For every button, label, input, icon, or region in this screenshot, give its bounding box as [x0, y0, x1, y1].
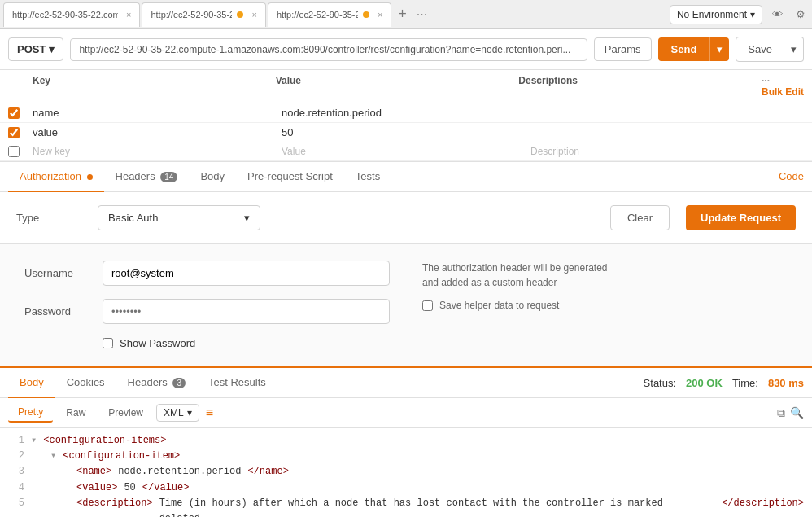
xml-line-4: 4 <value>50</value> [8, 480, 804, 496]
show-password-row: Show Password [103, 337, 390, 349]
params-table: Key Value Descriptions ··· Bulk Edit nam… [0, 70, 812, 162]
save-helper-label: Save helper data to request [439, 298, 559, 313]
tab-bar: http://ec2-52-90-35-22.com × http://ec2-… [0, 0, 812, 29]
clear-button[interactable]: Clear [610, 205, 670, 230]
params-button[interactable]: Params [594, 37, 652, 61]
browser-tab-3[interactable]: http://ec2-52-90-35-2: × [268, 2, 391, 27]
xml-content: 1 ▾ <configuration-items> 2 ▾ <configura… [0, 428, 812, 517]
resp-tab-cookies[interactable]: Cookies [55, 368, 116, 398]
auth-form: Username Password Show Password [24, 261, 390, 349]
resp-tab-test-results[interactable]: Test Results [197, 368, 277, 398]
save-dropdown-button[interactable]: ▾ [784, 37, 804, 62]
xml-line-3: 3 <name>node.retention.period</name> [8, 464, 804, 480]
value-header: Value [276, 75, 519, 86]
add-tab-button[interactable]: + [393, 6, 412, 23]
tab-tests[interactable]: Tests [344, 162, 391, 192]
update-request-button[interactable]: Update Request [686, 205, 796, 230]
method-selector[interactable]: POST ▾ [8, 37, 63, 61]
tab-close-3[interactable]: × [378, 10, 382, 20]
type-value: Basic Auth [108, 212, 158, 224]
tab-close-1[interactable]: × [126, 10, 131, 20]
resp-headers-badge: 3 [172, 378, 186, 388]
copy-button[interactable]: ⧉ [777, 406, 785, 420]
wrap-lines-button[interactable]: ≡ [206, 405, 213, 420]
status-code: 200 OK [686, 377, 723, 389]
tab-body[interactable]: Body [189, 162, 236, 192]
settings-button[interactable]: ⚙ [792, 5, 809, 24]
xml-line-5: 5 <description>Time (in hours) after whi… [8, 496, 804, 517]
table-row: value 50 [0, 123, 812, 142]
params-header: Key Value Descriptions ··· Bulk Edit [0, 70, 812, 103]
auth-info-text: The authorization header will be generat… [422, 261, 788, 290]
time-value: 830 ms [768, 377, 804, 389]
type-chevron-icon: ▾ [244, 212, 250, 224]
tab-authorization[interactable]: Authorization [8, 162, 104, 192]
method-chevron-icon: ▾ [49, 43, 55, 55]
browser-tab-2[interactable]: http://ec2-52-90-35-2: × [142, 2, 265, 27]
url-input[interactable] [70, 38, 587, 61]
format-actions: ⧉ 🔍 [777, 406, 804, 420]
row1-checkbox[interactable] [8, 107, 20, 119]
auth-info: The authorization header will be generat… [422, 261, 788, 349]
new-row: New key Value Description [0, 142, 812, 161]
tab-prerequest[interactable]: Pre-request Script [236, 162, 344, 192]
new-row-checkbox[interactable] [8, 146, 20, 157]
headers-badge: 14 [160, 172, 177, 182]
collapse-2[interactable]: ▾ [50, 449, 56, 464]
env-section: No Environment ▾ 👁 ⚙ [670, 5, 809, 24]
send-dropdown-button[interactable]: ▾ [709, 37, 729, 61]
password-input[interactable] [103, 299, 390, 324]
row2-value: 50 [282, 126, 530, 138]
row2-checkbox[interactable] [8, 127, 20, 138]
new-desc-placeholder: Description [530, 146, 779, 157]
save-helper-checkbox[interactable] [422, 300, 433, 311]
more-tabs-button[interactable]: ··· [413, 7, 430, 22]
send-button[interactable]: Send [658, 37, 710, 61]
xml-line-1: 1 ▾ <configuration-items> [8, 433, 804, 449]
fmt-tab-raw[interactable]: Raw [56, 404, 95, 422]
tab-dot-3 [363, 11, 369, 18]
save-button[interactable]: Save [736, 37, 784, 62]
response-status: Status: 200 OK Time: 830 ms [644, 377, 804, 389]
password-row: Password [24, 299, 390, 324]
authorization-dot [87, 174, 93, 180]
auth-fields: Username Password Show Password The auth… [0, 244, 812, 366]
resp-tab-body[interactable]: Body [8, 368, 55, 398]
username-input[interactable] [103, 261, 390, 286]
eye-button[interactable]: 👁 [769, 5, 786, 24]
collapse-1[interactable]: ▾ [31, 433, 37, 449]
row1-key: name [33, 107, 282, 119]
chevron-down-icon: ▾ [750, 9, 755, 20]
tab-label-1: http://ec2-52-90-35-22.com [12, 10, 118, 20]
request-tabs: Authorization Headers 14 Body Pre-reques… [0, 162, 812, 192]
browser-tab-1[interactable]: http://ec2-52-90-35-22.com × [3, 2, 140, 27]
tab-close-2[interactable]: × [251, 10, 256, 20]
url-bar: POST ▾ Params Send ▾ Save ▾ [0, 29, 812, 70]
username-label: Username [24, 267, 89, 279]
fmt-tab-preview[interactable]: Preview [98, 404, 153, 422]
save-group: Save ▾ [736, 37, 804, 62]
format-selector[interactable]: XML ▾ [156, 404, 199, 422]
tab-label-2: http://ec2-52-90-35-2: [151, 10, 232, 20]
dots-menu[interactable]: ··· [762, 75, 786, 86]
search-button[interactable]: 🔍 [790, 406, 804, 420]
env-selector[interactable]: No Environment ▾ [670, 5, 762, 24]
tab-label-3: http://ec2-52-90-35-2: [277, 10, 358, 20]
resp-tab-headers[interactable]: Headers 3 [116, 368, 197, 398]
time-label: Time: [732, 377, 758, 389]
method-label: POST [17, 43, 46, 55]
show-password-checkbox[interactable] [103, 338, 113, 348]
bulk-edit-button[interactable]: Bulk Edit [762, 86, 804, 98]
row2-key: value [33, 126, 282, 138]
tab-headers[interactable]: Headers 14 [104, 162, 190, 192]
format-chevron-icon: ▾ [187, 407, 192, 418]
env-label: No Environment [677, 9, 747, 20]
response-tabs-bar: Body Cookies Headers 3 Test Results Stat… [0, 366, 812, 398]
code-link[interactable]: Code [779, 170, 804, 182]
desc-header: Descriptions [518, 75, 762, 86]
type-selector[interactable]: Basic Auth ▾ [98, 205, 260, 230]
type-label: Type [16, 212, 81, 224]
fmt-tab-pretty[interactable]: Pretty [8, 403, 53, 423]
send-group: Send ▾ [658, 37, 730, 61]
table-row: name node.retention.period [0, 103, 812, 123]
